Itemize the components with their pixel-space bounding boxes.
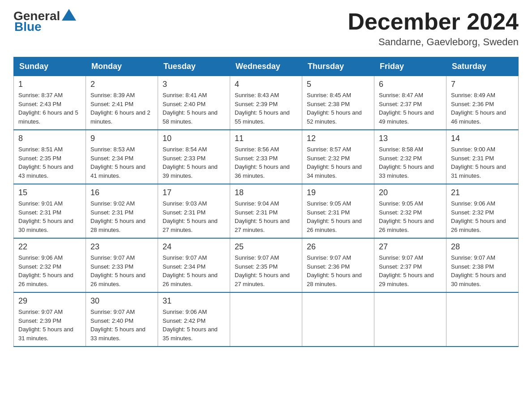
calendar-cell: 27 Sunrise: 9:07 AM Sunset: 2:37 PM Dayl… [374, 238, 446, 292]
day-number: 19 [307, 188, 369, 197]
header-thursday: Thursday [302, 57, 374, 76]
calendar-cell: 17 Sunrise: 9:03 AM Sunset: 2:31 PM Dayl… [158, 184, 230, 238]
calendar-cell: 7 Sunrise: 8:49 AM Sunset: 2:36 PM Dayli… [446, 76, 519, 130]
header-monday: Monday [86, 57, 158, 76]
header-tuesday: Tuesday [158, 57, 230, 76]
day-info: Sunrise: 9:07 AM Sunset: 2:33 PM Dayligh… [90, 253, 153, 288]
day-info: Sunrise: 9:07 AM Sunset: 2:37 PM Dayligh… [379, 253, 442, 288]
day-info: Sunrise: 8:58 AM Sunset: 2:32 PM Dayligh… [379, 145, 442, 180]
calendar-cell: 29 Sunrise: 9:07 AM Sunset: 2:39 PM Dayl… [14, 292, 86, 347]
calendar-cell: 28 Sunrise: 9:07 AM Sunset: 2:38 PM Dayl… [446, 238, 519, 292]
day-info: Sunrise: 8:56 AM Sunset: 2:33 PM Dayligh… [235, 145, 297, 180]
calendar-cell: 22 Sunrise: 9:06 AM Sunset: 2:32 PM Dayl… [14, 238, 86, 292]
calendar-cell [446, 292, 519, 347]
logo-blue: Blue [14, 20, 42, 34]
day-number: 26 [307, 242, 369, 252]
calendar-cell: 21 Sunrise: 9:06 AM Sunset: 2:32 PM Dayl… [446, 184, 519, 238]
day-number: 16 [90, 188, 153, 197]
calendar-cell: 2 Sunrise: 8:39 AM Sunset: 2:41 PM Dayli… [86, 76, 158, 130]
location-title: Sandarne, Gaevleborg, Sweden [348, 36, 519, 48]
calendar-cell: 19 Sunrise: 9:05 AM Sunset: 2:31 PM Dayl… [302, 184, 374, 238]
calendar-cell: 15 Sunrise: 9:01 AM Sunset: 2:31 PM Dayl… [14, 184, 86, 238]
day-number: 22 [18, 242, 81, 252]
day-info: Sunrise: 8:53 AM Sunset: 2:34 PM Dayligh… [90, 145, 153, 180]
calendar-cell: 5 Sunrise: 8:45 AM Sunset: 2:38 PM Dayli… [302, 76, 374, 130]
day-info: Sunrise: 9:00 AM Sunset: 2:31 PM Dayligh… [451, 145, 514, 180]
title-block: December 2024 Sandarne, Gaevleborg, Swed… [348, 9, 519, 48]
calendar-cell: 20 Sunrise: 9:05 AM Sunset: 2:32 PM Dayl… [374, 184, 446, 238]
day-info: Sunrise: 8:49 AM Sunset: 2:36 PM Dayligh… [451, 91, 514, 126]
calendar-cell [374, 292, 446, 347]
day-info: Sunrise: 9:07 AM Sunset: 2:40 PM Dayligh… [90, 308, 153, 342]
header-saturday: Saturday [446, 57, 519, 76]
day-number: 10 [163, 134, 225, 143]
day-number: 24 [163, 242, 225, 252]
calendar-cell: 11 Sunrise: 8:56 AM Sunset: 2:33 PM Dayl… [230, 130, 302, 184]
day-number: 6 [379, 80, 442, 89]
day-number: 29 [18, 296, 81, 306]
day-number: 4 [235, 80, 297, 89]
day-number: 31 [163, 296, 225, 306]
day-number: 21 [451, 188, 514, 197]
day-info: Sunrise: 8:57 AM Sunset: 2:32 PM Dayligh… [307, 145, 369, 180]
day-number: 7 [451, 80, 514, 89]
calendar-cell: 24 Sunrise: 9:07 AM Sunset: 2:34 PM Dayl… [158, 238, 230, 292]
day-info: Sunrise: 9:07 AM Sunset: 2:34 PM Dayligh… [163, 253, 225, 288]
calendar-cell: 18 Sunrise: 9:04 AM Sunset: 2:31 PM Dayl… [230, 184, 302, 238]
day-number: 23 [90, 242, 153, 252]
day-info: Sunrise: 9:07 AM Sunset: 2:36 PM Dayligh… [307, 253, 369, 288]
calendar-cell: 3 Sunrise: 8:41 AM Sunset: 2:40 PM Dayli… [158, 76, 230, 130]
week-row-3: 15 Sunrise: 9:01 AM Sunset: 2:31 PM Dayl… [14, 184, 519, 238]
calendar-cell [302, 292, 374, 347]
day-number: 11 [235, 134, 297, 143]
header-wednesday: Wednesday [230, 57, 302, 76]
day-info: Sunrise: 9:05 AM Sunset: 2:31 PM Dayligh… [307, 199, 369, 234]
calendar-cell: 1 Sunrise: 8:37 AM Sunset: 2:43 PM Dayli… [14, 76, 86, 130]
calendar-cell [230, 292, 302, 347]
day-number: 9 [90, 134, 153, 143]
calendar-cell: 16 Sunrise: 9:02 AM Sunset: 2:31 PM Dayl… [86, 184, 158, 238]
day-info: Sunrise: 8:51 AM Sunset: 2:35 PM Dayligh… [18, 145, 81, 180]
day-number: 1 [18, 80, 81, 89]
calendar-cell: 23 Sunrise: 9:07 AM Sunset: 2:33 PM Dayl… [86, 238, 158, 292]
day-info: Sunrise: 9:02 AM Sunset: 2:31 PM Dayligh… [90, 199, 153, 234]
logo: General Blue [13, 9, 77, 34]
svg-marker-0 [62, 9, 76, 21]
calendar-cell: 12 Sunrise: 8:57 AM Sunset: 2:32 PM Dayl… [302, 130, 374, 184]
day-info: Sunrise: 9:07 AM Sunset: 2:39 PM Dayligh… [18, 308, 81, 342]
day-info: Sunrise: 8:45 AM Sunset: 2:38 PM Dayligh… [307, 91, 369, 126]
page-header: General Blue December 2024 Sandarne, Gae… [13, 9, 519, 48]
day-number: 2 [90, 80, 153, 89]
calendar-cell: 26 Sunrise: 9:07 AM Sunset: 2:36 PM Dayl… [302, 238, 374, 292]
day-info: Sunrise: 8:39 AM Sunset: 2:41 PM Dayligh… [90, 91, 153, 126]
calendar-cell: 14 Sunrise: 9:00 AM Sunset: 2:31 PM Dayl… [446, 130, 519, 184]
day-number: 18 [235, 188, 297, 197]
day-number: 5 [307, 80, 369, 89]
day-info: Sunrise: 8:41 AM Sunset: 2:40 PM Dayligh… [163, 91, 225, 126]
calendar-cell: 9 Sunrise: 8:53 AM Sunset: 2:34 PM Dayli… [86, 130, 158, 184]
day-info: Sunrise: 8:47 AM Sunset: 2:37 PM Dayligh… [379, 91, 442, 126]
header-sunday: Sunday [14, 57, 86, 76]
calendar-cell: 10 Sunrise: 8:54 AM Sunset: 2:33 PM Dayl… [158, 130, 230, 184]
day-number: 13 [379, 134, 442, 143]
logo-icon [61, 7, 77, 23]
week-row-5: 29 Sunrise: 9:07 AM Sunset: 2:39 PM Dayl… [14, 292, 519, 347]
day-info: Sunrise: 9:04 AM Sunset: 2:31 PM Dayligh… [235, 199, 297, 234]
day-info: Sunrise: 9:07 AM Sunset: 2:35 PM Dayligh… [235, 253, 297, 288]
day-number: 15 [18, 188, 81, 197]
day-number: 17 [163, 188, 225, 197]
day-info: Sunrise: 8:37 AM Sunset: 2:43 PM Dayligh… [18, 91, 81, 126]
calendar-cell: 31 Sunrise: 9:06 AM Sunset: 2:42 PM Dayl… [158, 292, 230, 347]
day-number: 28 [451, 242, 514, 252]
header-friday: Friday [374, 57, 446, 76]
calendar-header-row: SundayMondayTuesdayWednesdayThursdayFrid… [14, 57, 519, 76]
day-number: 12 [307, 134, 369, 143]
day-info: Sunrise: 8:43 AM Sunset: 2:39 PM Dayligh… [235, 91, 297, 126]
day-info: Sunrise: 9:03 AM Sunset: 2:31 PM Dayligh… [163, 199, 225, 234]
week-row-1: 1 Sunrise: 8:37 AM Sunset: 2:43 PM Dayli… [14, 76, 519, 130]
day-info: Sunrise: 8:54 AM Sunset: 2:33 PM Dayligh… [163, 145, 225, 180]
calendar-cell: 8 Sunrise: 8:51 AM Sunset: 2:35 PM Dayli… [14, 130, 86, 184]
day-info: Sunrise: 9:06 AM Sunset: 2:32 PM Dayligh… [18, 253, 81, 288]
day-number: 8 [18, 134, 81, 143]
month-title: December 2024 [348, 9, 519, 34]
